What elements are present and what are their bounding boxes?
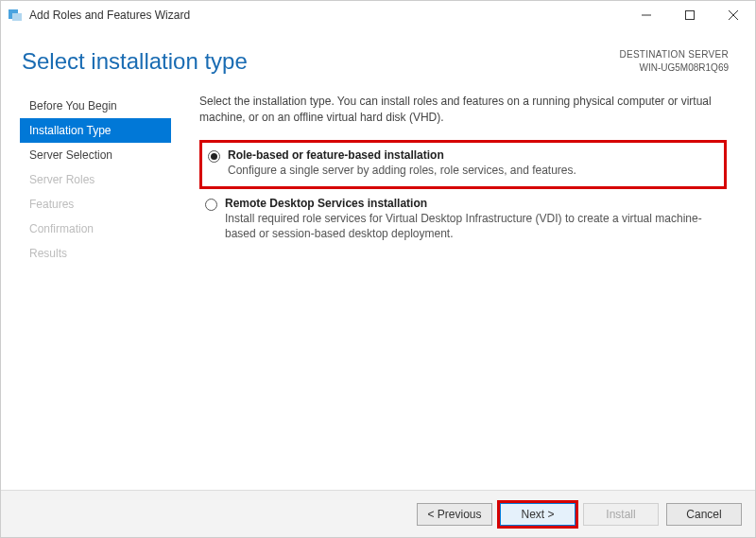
wizard-window: Add Roles and Features Wizard Select ins… — [0, 0, 756, 538]
close-button[interactable] — [712, 1, 755, 29]
radio-remote-desktop[interactable] — [205, 199, 217, 211]
previous-button[interactable]: < Previous — [417, 503, 492, 526]
option-role-based-title: Role-based or feature-based installation — [228, 148, 576, 162]
cancel-button[interactable]: Cancel — [666, 503, 742, 526]
step-features: Features — [20, 192, 171, 217]
option-role-based[interactable]: Role-based or feature-based installation… — [199, 140, 727, 189]
step-confirmation: Confirmation — [20, 217, 171, 241]
page-header: Select installation type DESTINATION SER… — [1, 29, 755, 84]
window-controls — [625, 1, 755, 29]
svg-rect-1 — [12, 13, 22, 21]
step-server-selection[interactable]: Server Selection — [20, 143, 171, 167]
app-icon — [9, 8, 24, 23]
main-content: Select the installation type. You can in… — [171, 88, 736, 490]
install-button: Install — [583, 503, 659, 526]
minimize-button[interactable] — [625, 1, 668, 29]
destination-label: DESTINATION SERVER — [619, 48, 729, 61]
window-title: Add Roles and Features Wizard — [29, 9, 190, 22]
next-button[interactable]: Next > — [500, 503, 576, 526]
option-remote-desktop-desc: Install required role services for Virtu… — [225, 211, 721, 243]
step-server-roles: Server Roles — [20, 167, 171, 192]
radio-role-based[interactable] — [208, 150, 220, 163]
option-role-based-desc: Configure a single server by adding role… — [228, 163, 576, 179]
svg-rect-3 — [686, 11, 695, 20]
destination-server-name: WIN-UG5M08R1Q69 — [619, 61, 729, 75]
titlebar: Add Roles and Features Wizard — [1, 1, 755, 29]
sidebar: Before You Begin Installation Type Serve… — [20, 88, 171, 490]
option-remote-desktop[interactable]: Remote Desktop Services installation Ins… — [199, 191, 727, 251]
wizard-body: Before You Begin Installation Type Serve… — [1, 84, 755, 490]
intro-text: Select the installation type. You can in… — [199, 94, 727, 127]
page-title: Select installation type — [22, 48, 619, 75]
step-results: Results — [20, 241, 171, 266]
option-remote-desktop-title: Remote Desktop Services installation — [225, 197, 721, 210]
maximize-button[interactable] — [668, 1, 712, 29]
step-before-you-begin[interactable]: Before You Begin — [20, 94, 171, 118]
step-installation-type[interactable]: Installation Type — [20, 118, 171, 143]
footer: < Previous Next > Install Cancel — [1, 490, 755, 537]
destination-info: DESTINATION SERVER WIN-UG5M08R1Q69 — [619, 48, 729, 75]
